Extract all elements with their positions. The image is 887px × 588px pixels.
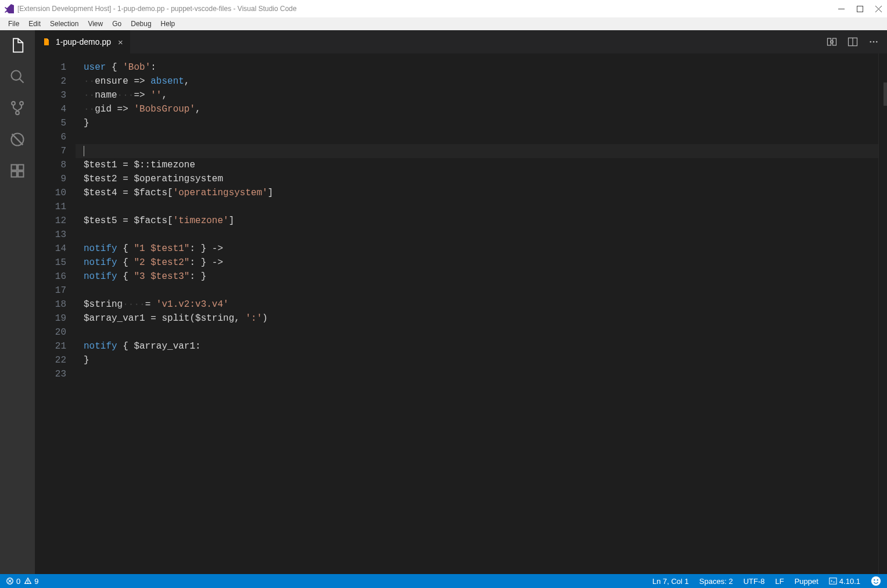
source-control-icon[interactable] <box>8 99 27 117</box>
code-line[interactable] <box>84 200 878 214</box>
svg-point-5 <box>16 111 19 114</box>
menu-item-debug[interactable]: Debug <box>126 20 156 28</box>
code-line[interactable]: $test4 = $facts['operatingsystem'] <box>84 186 878 200</box>
code-line[interactable] <box>84 228 878 242</box>
status-puppet-version[interactable]: 4.10.1 <box>829 577 860 586</box>
status-indentation[interactable]: Spaces: 2 <box>699 577 733 586</box>
menu-item-file[interactable]: File <box>3 20 24 28</box>
status-eol[interactable]: LF <box>775 577 784 586</box>
editor-group: 1-pup-demo.pp × 123456789101112131415161… <box>35 30 887 574</box>
extensions-icon[interactable] <box>8 162 27 180</box>
svg-point-24 <box>874 579 875 580</box>
code-line[interactable]: } <box>84 116 878 130</box>
line-number: 11 <box>35 200 66 214</box>
svg-point-18 <box>876 41 878 43</box>
line-number: 6 <box>35 130 66 144</box>
menu-item-help[interactable]: Help <box>156 20 180 28</box>
code-line[interactable]: ··name···=> '', <box>84 88 878 102</box>
code-line[interactable] <box>76 144 878 158</box>
split-editor-icon[interactable] <box>848 37 858 47</box>
code-line[interactable]: notify { "1 $test1": } -> <box>84 242 878 256</box>
files-icon[interactable] <box>8 36 27 55</box>
menu-item-go[interactable]: Go <box>107 20 126 28</box>
svg-point-3 <box>12 102 15 105</box>
code-line[interactable]: ··ensure => absent, <box>84 74 878 88</box>
svg-rect-10 <box>18 171 23 177</box>
close-icon[interactable] <box>874 5 882 13</box>
line-number: 13 <box>35 228 66 242</box>
code-line[interactable]: $test1 = $::timezone <box>84 158 878 172</box>
status-puppet-version-text: 4.10.1 <box>839 577 860 586</box>
svg-point-16 <box>870 41 871 43</box>
line-number: 19 <box>35 311 66 325</box>
menubar: FileEditSelectionViewGoDebugHelp <box>0 17 887 30</box>
line-number: 15 <box>35 256 66 270</box>
status-error-count: 0 <box>16 577 20 586</box>
code-line[interactable] <box>84 367 878 381</box>
line-number: 20 <box>35 325 66 339</box>
code-line[interactable]: $test2 = $operatingsystem <box>84 172 878 186</box>
text-editor[interactable]: 1234567891011121314151617181920212223 us… <box>35 53 887 574</box>
code-line[interactable] <box>84 284 878 297</box>
minimize-icon[interactable] <box>837 5 845 13</box>
line-number: 3 <box>35 88 66 102</box>
svg-rect-1 <box>857 6 863 12</box>
line-number-gutter: 1234567891011121314151617181920212223 <box>35 53 76 574</box>
code-line[interactable] <box>84 130 878 144</box>
menu-item-view[interactable]: View <box>83 20 107 28</box>
status-cursor-position[interactable]: Ln 7, Col 1 <box>652 577 689 586</box>
editor-content[interactable]: user { 'Bob':··ensure => absent,··name··… <box>76 53 878 574</box>
svg-point-25 <box>877 579 878 580</box>
code-line[interactable]: $test5 = $facts['timezone'] <box>84 214 878 228</box>
line-number: 21 <box>35 339 66 353</box>
search-icon[interactable] <box>8 67 27 86</box>
status-language[interactable]: Puppet <box>795 577 818 586</box>
code-line[interactable]: $array_var1 = split($string, ':') <box>84 311 878 325</box>
line-number: 16 <box>35 270 66 284</box>
line-number: 12 <box>35 214 66 228</box>
code-line[interactable]: notify { "2 $test2": } -> <box>84 256 878 270</box>
svg-rect-9 <box>12 171 17 177</box>
more-actions-icon[interactable] <box>868 37 879 47</box>
window-title: [Extension Development Host] - 1-pup-dem… <box>17 5 837 13</box>
code-line[interactable]: ··gid => 'BobsGroup', <box>84 102 878 116</box>
line-number: 22 <box>35 353 66 367</box>
line-number: 4 <box>35 102 66 116</box>
svg-point-4 <box>20 102 23 105</box>
debug-icon[interactable] <box>8 130 27 149</box>
tab-close-icon[interactable]: × <box>118 37 123 47</box>
line-number: 5 <box>35 116 66 130</box>
svg-point-17 <box>873 41 875 43</box>
editor-actions <box>818 30 887 53</box>
menu-item-selection[interactable]: Selection <box>45 20 83 28</box>
status-encoding[interactable]: UTF-8 <box>744 577 765 586</box>
svg-rect-0 <box>838 9 845 9</box>
code-line[interactable]: $string····= 'v1.v2:v3.v4' <box>84 297 878 311</box>
compare-icon[interactable] <box>827 37 837 47</box>
line-number: 2 <box>35 74 66 88</box>
line-number: 1 <box>35 60 66 74</box>
status-warning-count: 9 <box>34 577 38 586</box>
puppet-file-icon <box>42 37 51 46</box>
line-number: 14 <box>35 242 66 256</box>
code-line[interactable]: notify { "3 $test3": } <box>84 270 878 284</box>
status-errors[interactable]: 0 <box>6 577 20 586</box>
main-area: 1-pup-demo.pp × 123456789101112131415161… <box>0 30 887 574</box>
menu-item-edit[interactable]: Edit <box>24 20 45 28</box>
svg-point-23 <box>871 576 881 586</box>
tab-file[interactable]: 1-pup-demo.pp × <box>35 30 131 53</box>
feedback-icon[interactable] <box>871 576 881 586</box>
tab-bar: 1-pup-demo.pp × <box>35 30 887 53</box>
svg-point-2 <box>12 71 21 80</box>
line-number: 18 <box>35 297 66 311</box>
code-line[interactable]: notify { $array_var1: <box>84 339 878 353</box>
code-line[interactable] <box>84 325 878 339</box>
minimap-scrollbar[interactable] <box>878 53 887 574</box>
code-line[interactable]: } <box>84 353 878 367</box>
tab-filename: 1-pup-demo.pp <box>56 37 111 46</box>
code-line[interactable]: user { 'Bob': <box>84 60 878 74</box>
line-number: 10 <box>35 186 66 200</box>
status-warnings[interactable]: 9 <box>24 577 38 586</box>
line-number: 8 <box>35 158 66 172</box>
maximize-icon[interactable] <box>856 5 864 13</box>
